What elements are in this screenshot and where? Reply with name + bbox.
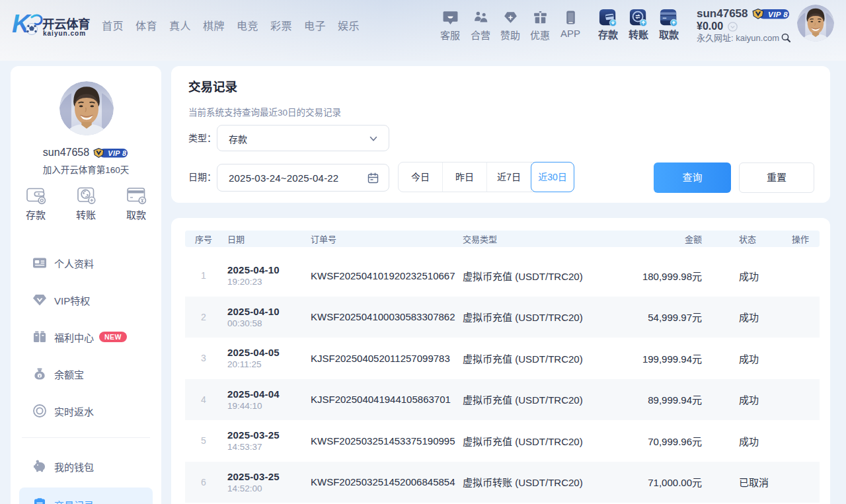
svg-text:开云体育: 开云体育: [42, 17, 90, 31]
svg-text:kaiyun.com: kaiyun.com: [43, 30, 86, 37]
svg-text:VIP 8: VIP 8: [108, 149, 126, 157]
svg-text:VIP 8: VIP 8: [768, 10, 788, 18]
